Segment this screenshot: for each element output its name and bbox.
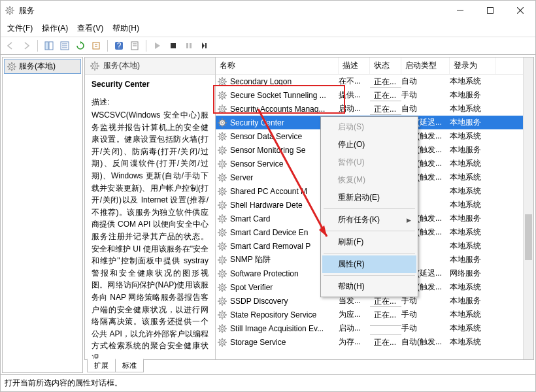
ctx-all-tasks[interactable]: 所有任务(K)▶ <box>322 211 416 229</box>
app-icon <box>5 5 15 16</box>
cell-logon: 本地系统 <box>450 186 533 197</box>
cell-desc: 在不... <box>339 76 370 87</box>
gear-icon <box>7 62 16 71</box>
cell-desc: 启动... <box>339 323 370 334</box>
cell-logon: 本地系统 <box>450 76 533 87</box>
scrollbar-thumb[interactable] <box>525 214 532 260</box>
tree-node-services-local[interactable]: 服务(本地) <box>4 59 81 74</box>
gear-icon <box>217 227 227 238</box>
cell-logon: 本地系统 <box>450 309 533 320</box>
gear-icon <box>217 104 227 114</box>
forward-button[interactable] <box>19 39 33 53</box>
tab-extended[interactable]: 扩展 <box>87 359 116 372</box>
gear-icon <box>217 76 227 87</box>
play-icon[interactable] <box>150 39 165 53</box>
cell-logon: 本地系统 <box>450 323 533 334</box>
gear-icon <box>217 172 227 183</box>
column-headers: 名称 描述 状态 启动类型 登录为 <box>216 57 533 74</box>
cell-status: 正在... <box>370 306 401 323</box>
cell-logon: 本地系统 <box>450 227 533 238</box>
show-hide-tree-button[interactable] <box>42 39 56 53</box>
ctx-resume[interactable]: 恢复(M) <box>322 171 416 189</box>
export-icon[interactable] <box>89 39 103 53</box>
svg-rect-14 <box>45 42 48 50</box>
gear-icon <box>217 214 227 224</box>
gear-icon <box>217 282 227 293</box>
pause-icon[interactable] <box>182 39 196 53</box>
menu-view[interactable]: 查看(V) <box>73 22 107 35</box>
table-row[interactable]: State Repository Service为应...正在...手动本地系统 <box>216 308 533 321</box>
cell-logon: 本地系统 <box>450 172 533 183</box>
gear-icon <box>217 90 227 101</box>
menu-file[interactable]: 文件(F) <box>3 22 37 35</box>
gear-icon <box>90 61 99 71</box>
content: 服务(本地) Security Center 描述: WSCSVC(Window… <box>84 57 534 373</box>
menu-help[interactable]: 帮助(H) <box>109 22 143 35</box>
svg-rect-15 <box>49 42 53 50</box>
cell-status: 正在... <box>370 334 401 351</box>
close-button[interactable] <box>505 1 535 20</box>
gear-icon <box>217 310 227 320</box>
cell-name: State Repository Service <box>230 310 339 319</box>
gear-icon <box>217 200 227 210</box>
gear-icon <box>217 118 227 128</box>
minimize-button[interactable] <box>445 1 475 20</box>
col-desc[interactable]: 描述 <box>339 57 370 74</box>
cell-desc: 提供... <box>339 90 370 101</box>
ctx-pause[interactable]: 暂停(U) <box>322 154 416 171</box>
maximize-button[interactable] <box>475 1 505 20</box>
cell-desc: 为存... <box>339 336 370 348</box>
table-row[interactable]: Storage Service为存...正在...自动(触发...本地系统 <box>216 335 533 349</box>
cell-logon: 本地系统 <box>450 131 533 142</box>
cell-start: 手动 <box>401 323 450 334</box>
scrollbar[interactable] <box>523 57 533 359</box>
cell-logon: 本地系统 <box>450 158 533 169</box>
menubar: 文件(F) 操作(A) 查看(V) 帮助(H) <box>1 20 535 37</box>
cell-logon: 本地系统 <box>450 282 533 293</box>
context-menu: 启动(S) 停止(O) 暂停(U) 恢复(M) 重新启动(E) 所有任务(K)▶… <box>320 116 418 297</box>
col-name[interactable]: 名称 <box>216 57 339 74</box>
cell-logon: 本地服务 <box>450 90 533 101</box>
cell-start: 手动 <box>401 309 450 320</box>
back-button[interactable] <box>3 39 18 53</box>
ctx-start[interactable]: 启动(S) <box>322 118 416 136</box>
gear-icon <box>217 296 227 306</box>
ctx-restart[interactable]: 重新启动(E) <box>322 189 416 206</box>
window-title: 服务 <box>19 5 445 16</box>
col-logon[interactable]: 登录为 <box>450 57 495 74</box>
col-start[interactable]: 启动类型 <box>401 57 450 74</box>
cell-logon: 本地服务 <box>450 295 533 306</box>
ctx-refresh[interactable]: 刷新(F) <box>322 233 416 251</box>
cell-name: SSDP Discovery <box>230 297 339 306</box>
details-icon[interactable] <box>58 39 72 53</box>
statusbar: 打开当前所选内容的属性对话框。 <box>1 374 535 391</box>
toolbar: ? <box>1 37 535 55</box>
svg-rect-26 <box>171 43 176 48</box>
menu-action[interactable]: 操作(A) <box>38 22 72 35</box>
restart-icon[interactable] <box>197 39 212 53</box>
list-title: 服务(本地) <box>103 60 140 71</box>
description-text: WSCSVC(Windows 安全中心)服务监视并报告计算机上的安全健康设置。健… <box>92 109 209 359</box>
tab-standard[interactable]: 标准 <box>116 359 144 372</box>
ctx-properties[interactable]: 属性(R) <box>322 255 416 273</box>
stop-icon[interactable] <box>166 39 180 53</box>
ctx-stop[interactable]: 停止(O) <box>322 136 416 154</box>
tree-node-label: 服务(本地) <box>19 61 56 72</box>
cell-desc: 启动... <box>339 103 370 114</box>
cell-start: 自动(触发... <box>401 336 450 348</box>
gear-icon <box>217 186 227 197</box>
svg-rect-28 <box>190 43 192 48</box>
services-list: 名称 描述 状态 启动类型 登录为 Secondary Logon在不...正在… <box>216 57 533 359</box>
svg-rect-29 <box>205 43 207 48</box>
help-icon[interactable]: ? <box>112 39 126 53</box>
description-label: 描述: <box>92 97 209 108</box>
view-tabs: 扩展 标准 <box>84 359 534 373</box>
refresh-icon[interactable] <box>73 39 88 53</box>
description-panel: 服务(本地) Security Center 描述: WSCSVC(Window… <box>85 57 216 359</box>
ctx-help[interactable]: 帮助(H) <box>322 278 416 295</box>
cell-logon: 网络服务 <box>450 268 533 279</box>
cell-logon: 本地系统 <box>450 240 533 252</box>
properties-icon[interactable] <box>127 39 142 53</box>
col-status[interactable]: 状态 <box>370 57 401 74</box>
submenu-arrow-icon: ▶ <box>407 217 411 223</box>
